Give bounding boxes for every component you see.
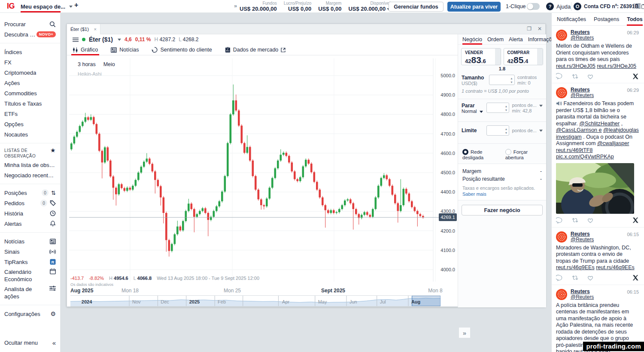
tweet-link[interactable]: reut.rs/3HOeJ05 <box>556 63 595 69</box>
x-logo-icon[interactable] <box>632 275 639 281</box>
chart-tab-dados-de-mercado[interactable]: Dados de mercado <box>225 45 286 55</box>
feed-tab-notificacoes[interactable]: Notificações <box>557 13 586 26</box>
ticket-tab-negocio[interactable]: Negócio <box>462 34 482 45</box>
stepper-icons[interactable]: ▲▼ <box>505 104 508 112</box>
sidebar-item-opcoes[interactable]: Opções <box>0 119 60 129</box>
tweet-photo[interactable] <box>556 163 634 214</box>
retweet-icon[interactable] <box>571 73 587 79</box>
feed-tab-postagens[interactable]: Postagens <box>594 13 619 26</box>
tweet-handle[interactable]: @Reuters <box>571 237 594 243</box>
sidebar-item-pedidos[interactable]: Pedidos0 <box>0 198 60 208</box>
sidebar-item-hide-menu[interactable]: Ocultar menu « <box>0 337 60 348</box>
upgrade-live-button[interactable]: Atualize para viver <box>447 2 501 12</box>
tweet-item[interactable]: Reuters@Reuters06:29 Fazendeiros do Texa… <box>552 83 644 228</box>
tweet-item[interactable]: Reuters@Reuters06:29Mellon de Oldham e W… <box>552 26 644 83</box>
sidebar-item-search[interactable]: Procurar <box>0 19 60 29</box>
learn-more-link[interactable]: Saber mais <box>462 191 542 197</box>
tweet-item[interactable]: Reuters@Reuters06:15Moradores de Washing… <box>552 228 644 285</box>
one-click-toggle[interactable] <box>527 3 540 10</box>
chart-tab-grafico[interactable]: Gráfico <box>73 45 98 55</box>
sidebar-item-posicoes[interactable]: Posições0⇅ <box>0 188 60 198</box>
sidebar-item-sinais[interactable]: Sinais <box>0 246 60 257</box>
expand-panel-icon[interactable]: » <box>459 328 470 338</box>
menu-icon[interactable] <box>73 37 79 42</box>
sidebar-item-analista-de-acoes[interactable]: Analista de ações <box>0 284 60 301</box>
manage-funds-button[interactable]: Gerenciar fundos <box>389 2 444 12</box>
tweet-handle[interactable]: @Reuters <box>571 35 594 41</box>
sidebar-item-criptomoeda[interactable]: Criptomoeda <box>0 67 60 78</box>
stop-input[interactable]: ▲▼ <box>486 103 510 113</box>
sidebar-item-commodities[interactable]: Commodities <box>0 88 60 98</box>
price-axis[interactable]: 5000.04900.04800.04700.04600.04500.04400… <box>438 58 456 282</box>
x-logo-icon[interactable] <box>632 217 639 223</box>
tweet-author[interactable]: Reuters <box>571 231 594 237</box>
chart-tab-noticias[interactable]: Notícias <box>111 45 139 55</box>
tweet-link[interactable]: reut.rs/46q9EEs <box>596 264 635 270</box>
sidebar-item-fx[interactable]: FX <box>0 57 60 67</box>
tweet-link[interactable]: @CassLGarrison e <box>556 127 601 133</box>
sidebar-item-calendario-economico[interactable]: Calendário Econômico <box>0 267 60 284</box>
sidebar-item-negociado-recentem[interactable]: Negociado recentem... <box>0 170 60 180</box>
tweet-link[interactable]: reut.rs/469tTF8 <box>556 147 592 153</box>
stop-type-selector[interactable]: Normal <box>462 109 484 114</box>
sidebar-item-nocautes[interactable]: Nocautes <box>0 129 60 140</box>
reply-icon[interactable] <box>556 73 571 79</box>
close-tab-icon[interactable]: × <box>94 27 97 32</box>
limit-input[interactable]: ▲▼ <box>486 125 510 136</box>
x-logo-icon[interactable] <box>632 73 639 79</box>
retweet-icon[interactable] <box>571 217 587 223</box>
chart-type-selector[interactable]: Meio <box>103 61 115 67</box>
maximize-icon[interactable]: ❐ <box>527 26 532 32</box>
sidebar-item-tipranks[interactable]: TipRanksR <box>0 257 60 267</box>
sidebar-item-titulos-e-taxas[interactable]: Títulos e Taxas <box>0 98 60 109</box>
document-tab-ether[interactable]: Éter ($1) × <box>67 24 100 34</box>
layout-menu-icon[interactable] <box>634 3 641 9</box>
chart-navigator[interactable] <box>70 295 440 306</box>
tweet-link[interactable]: @cwalljasper <box>597 140 629 146</box>
place-deal-button[interactable]: Fazer negócio <box>462 205 543 215</box>
size-input[interactable]: ▲▼ <box>489 75 515 85</box>
feed-tab-todos[interactable]: Todos <box>627 13 643 26</box>
tweet-handle[interactable]: @Reuters <box>571 93 594 98</box>
like-icon[interactable] <box>587 275 602 281</box>
ticket-tab-ordem[interactable]: Ordem <box>487 34 504 45</box>
like-icon[interactable] <box>587 73 602 79</box>
candlestick-chart[interactable] <box>69 58 439 282</box>
sidebar-item-acoes[interactable]: Ações <box>0 78 60 88</box>
retweet-icon[interactable] <box>571 275 587 281</box>
funds-collapse-icon[interactable]: » <box>234 3 237 9</box>
tweet-link[interactable]: reut.rs/46q9EEs <box>556 264 595 270</box>
fund-disponivel[interactable]: DisponívelUS$ 20.000,00 <box>348 1 390 12</box>
tweet-handle[interactable]: @Reuters <box>571 294 594 300</box>
sidebar-item-etfs[interactable]: ETFs <box>0 109 60 119</box>
help-menu[interactable]: ? Ajuda <box>546 3 571 10</box>
interval-selector[interactable]: 3 horas <box>78 61 96 67</box>
buy-button[interactable]: COMPRAR 4285.4 <box>504 48 544 65</box>
sidebar-item-alertas[interactable]: Alertas <box>0 218 60 229</box>
like-icon[interactable] <box>587 217 602 223</box>
sidebar-item-settings[interactable]: Configurações ⚙ <box>0 309 60 319</box>
tweet-link[interactable]: pic.x.com/Q4VwtRPKAp <box>556 154 614 160</box>
stepper-icons[interactable]: ▲▼ <box>510 76 513 84</box>
stepper-icons[interactable]: ▲▼ <box>505 127 508 135</box>
reply-icon[interactable] <box>556 217 571 224</box>
add-workspace-button[interactable]: + <box>74 1 78 9</box>
net-off-radio[interactable]: Rede desligada <box>462 149 499 160</box>
tweet-link[interactable]: @SchlitzHeather <box>579 121 620 127</box>
sell-button[interactable]: VENDER 4283.6 <box>461 48 501 65</box>
close-window-icon[interactable]: ✕ <box>538 26 542 32</box>
tweet-link[interactable]: reut.rs/3HOeJ05 <box>597 63 636 69</box>
chevron-down-icon[interactable] <box>118 39 121 41</box>
tweet-link[interactable]: investigam <box>556 134 582 140</box>
reply-icon[interactable] <box>556 275 571 281</box>
tweet-author[interactable]: Reuters <box>571 289 594 294</box>
tweet-link[interactable]: @leahjdouglas <box>603 127 639 133</box>
instrument-name[interactable]: Éter ($1) <box>89 36 113 43</box>
sidebar-item-minha-lista-de-observ[interactable]: Minha lista de observ... <box>0 160 60 170</box>
sidebar-item-noticias[interactable]: Notícias <box>0 236 60 246</box>
force-open-radio[interactable]: Forçar abertura <box>505 149 542 160</box>
sidebar-item-discover-ai[interactable]: Descubra a IA NOVO+ <box>0 29 60 39</box>
chart-tab-sentimento-do-cliente[interactable]: Sentimento do cliente <box>152 45 212 55</box>
ticket-tab-alerta[interactable]: Alerta <box>509 34 523 45</box>
sidebar-item-historia[interactable]: História <box>0 208 60 218</box>
